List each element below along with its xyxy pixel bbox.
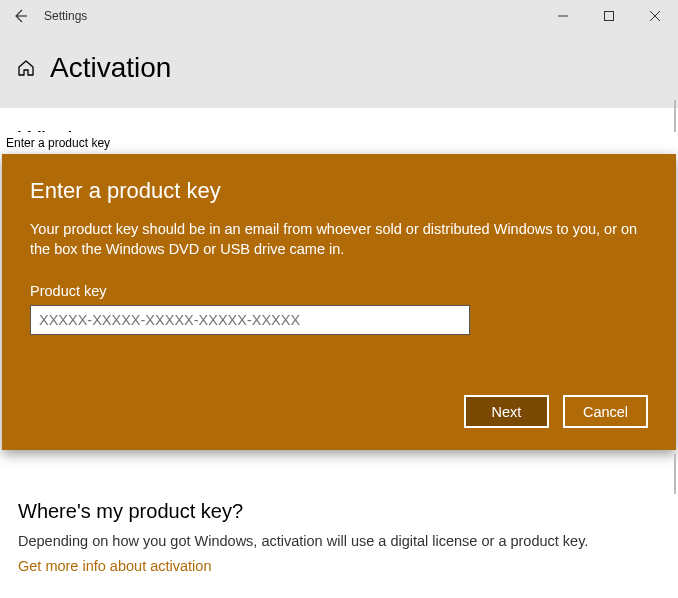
help-heading: Where's my product key? (18, 500, 660, 523)
scrollbar[interactable] (674, 454, 676, 494)
window-controls (540, 0, 678, 32)
svg-rect-0 (605, 12, 614, 21)
page-title: Activation (50, 52, 171, 84)
back-button[interactable] (8, 4, 32, 28)
dialog-heading: Enter a product key (30, 178, 648, 204)
help-body: Depending on how you got Windows, activa… (18, 533, 660, 549)
minimize-icon (558, 11, 568, 21)
product-key-dialog: Enter a product key Your product key sho… (2, 154, 676, 450)
cancel-button[interactable]: Cancel (563, 395, 648, 428)
close-icon (650, 11, 660, 21)
close-button[interactable] (632, 0, 678, 32)
home-icon[interactable] (16, 58, 36, 78)
next-button[interactable]: Next (464, 395, 549, 428)
dialog-button-row: Next Cancel (464, 395, 648, 428)
window-title: Settings (44, 9, 87, 23)
help-section: Where's my product key? Depending on how… (18, 500, 660, 575)
product-key-input[interactable] (30, 305, 470, 335)
page-header: Activation (0, 32, 678, 108)
minimize-button[interactable] (540, 0, 586, 32)
help-link[interactable]: Get more info about activation (18, 558, 211, 574)
titlebar: Settings (0, 0, 678, 32)
product-key-label: Product key (30, 283, 648, 299)
dialog-description: Your product key should be in an email f… (30, 220, 640, 259)
arrow-left-icon (12, 8, 28, 24)
maximize-icon (604, 11, 614, 21)
maximize-button[interactable] (586, 0, 632, 32)
